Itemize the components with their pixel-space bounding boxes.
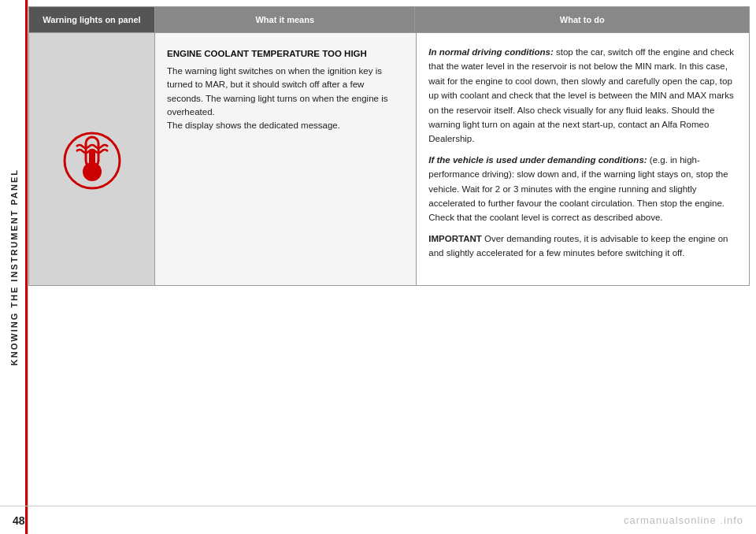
header-col-means: What it means	[155, 7, 415, 32]
sidebar: KNOWING THE INSTRUMENT PANEL	[0, 0, 28, 534]
table-header: Warning lights on panel What it means Wh…	[29, 7, 749, 32]
col2-title: ENGINE COOLANT TEMPERATURE TOO HIGH	[167, 49, 387, 58]
header-col-todo: What to do	[415, 7, 749, 32]
coolant-temperature-icon	[61, 128, 124, 191]
sidebar-label: KNOWING THE INSTRUMENT PANEL	[9, 169, 19, 365]
header-col-warning: Warning lights on panel	[29, 7, 155, 32]
icon-cell	[29, 33, 155, 285]
page-container: KNOWING THE INSTRUMENT PANEL Warning lig…	[0, 0, 756, 534]
svg-rect-2	[89, 150, 95, 170]
sidebar-red-line	[25, 0, 28, 534]
table-wrapper: Warning lights on panel What it means Wh…	[28, 6, 750, 286]
means-cell: ENGINE COOLANT TEMPERATURE TOO HIGH The …	[155, 33, 417, 285]
col3-text: In normal driving conditions: stop the c…	[428, 45, 737, 260]
watermark: carmanualsonline .info	[624, 514, 743, 526]
table-row: ENGINE COOLANT TEMPERATURE TOO HIGH The …	[29, 32, 749, 285]
bottom-bar: 48 carmanualsonline .info	[0, 506, 756, 534]
page-number: 48	[13, 514, 25, 527]
todo-cell: In normal driving conditions: stop the c…	[417, 33, 749, 285]
col2-text: The warning light switches on when the i…	[167, 65, 387, 132]
main-content: Warning lights on panel What it means Wh…	[28, 0, 756, 534]
